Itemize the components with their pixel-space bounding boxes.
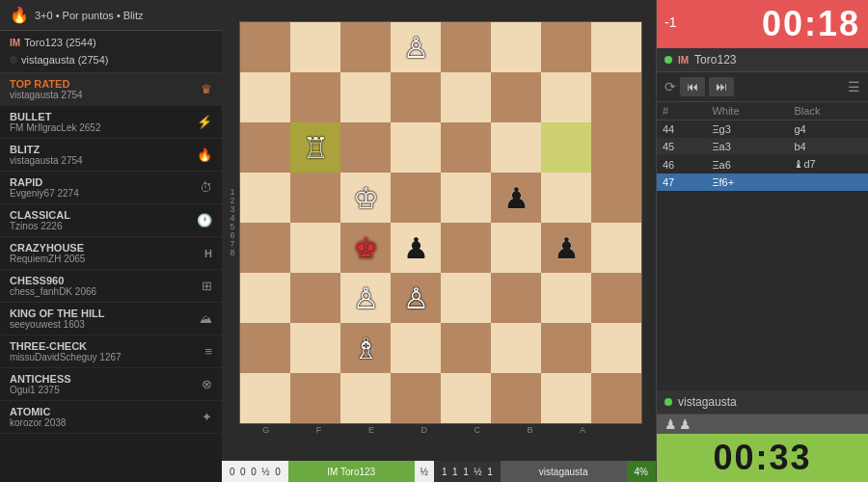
cell-g1[interactable] [240,373,290,423]
sidebar-item-rapid[interactable]: RAPID Evgeniy67 2274 ⏱ [0,172,222,204]
cell-b6[interactable] [491,122,541,173]
timer-bottom-value: 00:33 [713,438,811,478]
cell-a5[interactable] [541,173,591,223]
cell-b7[interactable] [491,72,541,122]
cell-d1[interactable] [391,373,441,423]
cell-b5[interactable]: ♟ [491,173,541,223]
cell-f8[interactable] [290,22,340,72]
cell-a7[interactable] [541,72,591,122]
cell-f1[interactable] [290,373,340,423]
material-pawn-1: ♟ [665,416,677,432]
cell-g5[interactable] [240,173,290,223]
cell-c7[interactable] [441,72,491,122]
sidebar-item-crazyhouse[interactable]: CRAZYHOUSE RequiemZH 2065 H [0,237,222,270]
cell-e5[interactable]: ♔ [340,173,391,223]
cell-c8[interactable] [441,22,491,72]
cell-c5[interactable] [441,173,491,223]
cell-d7[interactable] [391,72,441,122]
cell-b2[interactable] [491,323,541,373]
cell-d4[interactable]: ♟ [391,223,441,273]
cell-f5[interactable] [290,173,340,223]
sidebar-item-atomic[interactable]: ATOMIC korozor 2038 ✦ [0,401,222,434]
board-with-coords: 1 2 3 4 5 6 7 8 [226,21,642,440]
cell-e3[interactable]: ♙ [340,273,391,323]
item-name-classical: CLASSICAL [10,209,70,221]
cell-a4[interactable]: ♟ [541,223,591,273]
cell-a1[interactable] [541,373,591,423]
move-black-47[interactable] [788,174,868,191]
cell-h3[interactable] [591,273,641,323]
file-coords: G F E D C B A [239,426,656,440]
cell-f6[interactable]: ♖ [290,122,340,173]
cell-d5[interactable] [391,173,441,223]
cell-c2[interactable] [441,323,491,373]
cell-g7[interactable] [240,72,290,122]
cell-c6[interactable] [441,122,491,173]
sidebar-item-antichess[interactable]: ANTICHESS Ogui1 2375 ⊗ [0,368,222,401]
crazyhouse-icon: H [204,248,212,259]
cell-e6[interactable] [340,122,391,173]
cell-h6[interactable] [591,122,641,173]
sidebar-item-king-of-the-hill[interactable]: KING OF THE HILL seeyouwest 1603 ⛰ [0,303,222,335]
cell-f2[interactable] [290,323,340,373]
cell-h8[interactable] [591,22,641,72]
cell-g3[interactable] [240,273,290,323]
cell-h2[interactable] [591,323,641,373]
cell-g2[interactable] [240,323,290,373]
move-black-46[interactable]: ♝d7 [788,155,868,174]
cell-b8[interactable] [491,22,541,72]
cell-e4[interactable]: ♚ [340,223,391,273]
cell-g4[interactable] [240,223,290,273]
cell-d3[interactable]: ♙ [391,273,441,323]
score-white-section: 0 0 0 ½ 0 [222,461,288,482]
piece-white-king-e5: ♔ [353,181,379,215]
timer-top-value: 00:18 [762,4,860,44]
cell-a2[interactable] [541,323,591,373]
cell-b1[interactable] [491,373,541,423]
cell-h4[interactable] [591,223,641,273]
cell-d6[interactable] [391,122,441,173]
sidebar-item-three-check[interactable]: THREE-CHECK missuDavidScheguy 1267 ≡ [0,335,222,368]
cell-c4[interactable] [441,223,491,273]
prev-start-button[interactable]: ⏮ [680,77,705,96]
sidebar-item-chess960[interactable]: CHESS960 chess_fanhDK 2066 ⊞ [0,270,222,303]
move-black-45[interactable]: b4 [788,138,868,155]
cell-d2[interactable] [391,323,441,373]
cell-g8[interactable] [240,22,290,72]
cell-h1[interactable] [591,373,641,423]
cell-a8[interactable] [541,22,591,72]
cell-h7[interactable] [591,72,641,122]
cell-a3[interactable] [541,273,591,323]
board-wrapper: 1 2 3 4 5 6 7 8 [222,0,646,461]
move-white-44[interactable]: Ξg3 [706,120,788,139]
cell-h5[interactable] [591,173,641,223]
cell-d8[interactable]: ♙ [391,22,441,72]
next-end-button[interactable]: ⏭ [709,77,734,96]
flip-icon[interactable]: ⟳ [665,79,676,94]
menu-icon[interactable]: ☰ [848,79,860,94]
cell-f3[interactable] [290,273,340,323]
cell-g6[interactable] [240,122,290,173]
sidebar-item-blitz[interactable]: BLITZ vistagausta 2754 🔥 [0,139,222,172]
sidebar-item-bullet[interactable]: BULLET FM MrIlgracLek 2652 ⚡ [0,106,222,139]
cell-a6[interactable] [541,122,591,173]
right-panel: -1 00:18 IM Toro123 ⟳ ⏮ ⏭ ☰ # White Blac… [656,0,868,482]
sidebar-item-top-rated[interactable]: TOP RATED vistagausta 2754 ♛ [0,73,222,106]
cell-b3[interactable] [491,273,541,323]
move-white-46[interactable]: Ξa6 [706,155,788,174]
cell-e2[interactable]: ♗ [340,323,391,373]
cell-e8[interactable] [340,22,391,72]
move-white-47[interactable]: Ξf6+ [706,174,788,191]
cell-f7[interactable] [290,72,340,122]
move-white-45[interactable]: Ξa3 [706,138,788,155]
move-black-44[interactable]: g4 [788,120,868,139]
sidebar-item-classical[interactable]: CLASSICAL Tzinos 2226 🕐 [0,204,222,237]
cell-c3[interactable] [441,273,491,323]
cell-b4[interactable] [491,223,541,273]
cell-e1[interactable] [340,373,391,423]
player-top-dot [665,56,672,64]
classical-icon: 🕐 [197,213,212,228]
cell-f4[interactable] [290,223,340,273]
cell-e7[interactable] [340,72,391,122]
cell-c1[interactable] [441,373,491,423]
